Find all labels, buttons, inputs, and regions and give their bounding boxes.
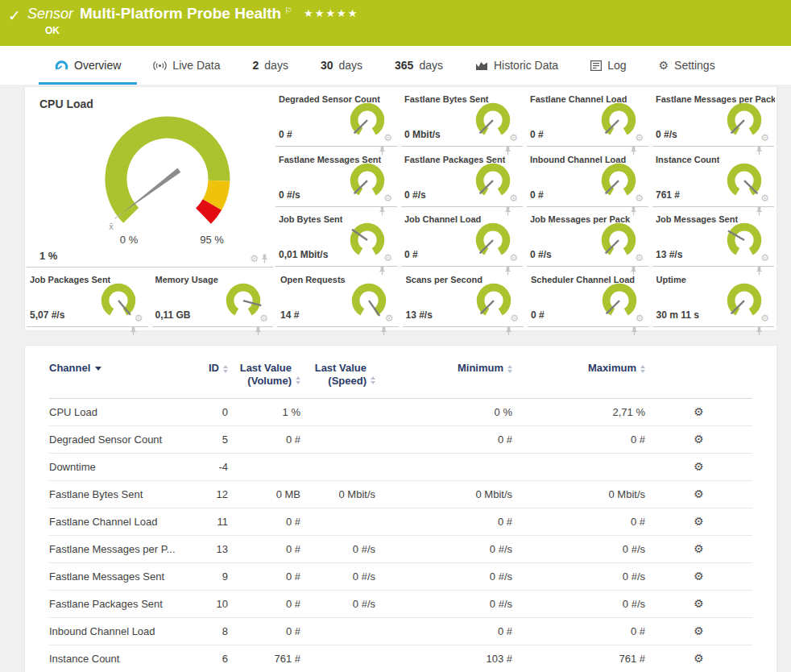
- gauge-card: Instance Count 761 # ⚙: [652, 147, 774, 207]
- channel-settings-icon[interactable]: ⚙: [692, 650, 706, 666]
- channel-settings-icon[interactable]: ⚙: [692, 431, 706, 446]
- gauge-card: Fastlane Messages Sent 0 #/s ⚙: [275, 147, 397, 207]
- cell-id: -4: [202, 461, 228, 473]
- tab-label: days: [419, 59, 443, 72]
- channel-settings-icon[interactable]: ⚙: [692, 486, 706, 501]
- cell-id: 10: [202, 598, 228, 610]
- cell-id: 0: [202, 406, 228, 418]
- cell-id: 13: [202, 543, 228, 555]
- page-content: CPU Load x̄ 0 % 95 % 1 % ⚙: [0, 85, 791, 672]
- tab-label: Overview: [74, 59, 121, 72]
- channel-settings-icon[interactable]: ⚙: [692, 458, 706, 474]
- tab-log[interactable]: Log: [574, 59, 642, 85]
- table-row: Instance Count 6 761 # 103 # 761 # ⚙: [49, 645, 752, 672]
- tab-historic-data[interactable]: Historic Data: [459, 59, 574, 85]
- gear-icon: ⚙: [658, 60, 669, 71]
- gear-icon[interactable]: ⚙: [635, 253, 644, 263]
- tab-live-data[interactable]: Live Data: [137, 59, 236, 85]
- cell-last-value-speed: 0 #/s: [300, 570, 375, 583]
- gear-icon[interactable]: ⚙: [509, 253, 518, 263]
- gauge-value: 0 #: [404, 249, 418, 260]
- gauge-title: Memory Usage: [155, 275, 218, 284]
- table-row: Fastlane Channel Load 11 0 # 0 # 0 # ⚙: [49, 508, 752, 536]
- cell-minimum: 103 #: [375, 653, 512, 665]
- gauge-value: 14 #: [280, 309, 299, 321]
- gear-icon[interactable]: ⚙: [760, 193, 769, 203]
- cell-id: 9: [202, 570, 228, 583]
- cell-channel: Fastlane Bytes Sent: [49, 488, 202, 500]
- channel-settings-icon[interactable]: ⚙: [692, 623, 706, 638]
- gauge-title: Uptime: [656, 275, 686, 284]
- cell-channel: Downtime: [49, 461, 202, 473]
- cell-channel: Fastlane Messages per P...: [49, 543, 202, 555]
- gear-icon[interactable]: ⚙: [510, 313, 519, 323]
- cell-last-value-speed: 0 Mbit/s: [300, 488, 375, 500]
- pin-icon[interactable]: [505, 326, 512, 336]
- cell-maximum: 0 #: [512, 433, 645, 446]
- tab-2-days[interactable]: 2 days: [237, 59, 304, 85]
- cell-last-value-volume: 0 #: [228, 543, 300, 555]
- gauge-scale-max: 95 %: [200, 234, 224, 246]
- gauge-value: 5,07 #/s: [30, 309, 64, 321]
- gear-icon[interactable]: ⚙: [635, 133, 644, 143]
- pin-icon[interactable]: [261, 254, 268, 263]
- gauge-scale-min: 0 %: [120, 234, 139, 246]
- cell-maximum: 2,71 %: [512, 406, 645, 418]
- gear-icon[interactable]: ⚙: [636, 313, 644, 323]
- cell-maximum: 0 #/s: [512, 570, 645, 583]
- channel-settings-icon[interactable]: ⚙: [692, 404, 706, 419]
- gauges-panel: CPU Load x̄ 0 % 95 % 1 % ⚙: [24, 86, 777, 331]
- tab-settings[interactable]: ⚙ Settings: [642, 59, 731, 85]
- gear-icon[interactable]: ⚙: [383, 193, 392, 203]
- cell-maximum: 0 #/s: [512, 543, 645, 555]
- gauge-value: 761 #: [656, 189, 680, 201]
- gear-icon[interactable]: ⚙: [760, 253, 769, 263]
- column-header-maximum[interactable]: Maximum: [512, 362, 645, 374]
- column-header-minimum[interactable]: Minimum: [375, 362, 512, 374]
- gear-icon[interactable]: ⚙: [250, 254, 259, 263]
- gauge-card: Job Bytes Sent 0,01 Mbit/s ⚙: [275, 207, 397, 267]
- gear-icon[interactable]: ⚙: [509, 193, 518, 203]
- channel-settings-icon[interactable]: ⚙: [692, 541, 706, 556]
- column-header-last-value-volume[interactable]: Last Value (Volume): [228, 362, 300, 388]
- pin-icon[interactable]: [756, 326, 763, 336]
- gear-icon[interactable]: ⚙: [760, 133, 769, 143]
- tab-30-days[interactable]: 30 days: [304, 59, 379, 85]
- tab-365-days[interactable]: 365 days: [379, 59, 459, 85]
- pin-icon[interactable]: [631, 326, 638, 336]
- pin-icon[interactable]: [255, 326, 262, 336]
- cell-maximum: 0 Mbit/s: [512, 488, 645, 500]
- gauge-value: 30 m 11 s: [656, 309, 699, 321]
- gear-icon[interactable]: ⚙: [383, 253, 392, 263]
- gauge-value: 0 #/s: [404, 189, 426, 201]
- table-header-row: Channel ID Last Value (Volume) Last Valu…: [49, 362, 752, 399]
- cell-channel: Fastlane Messages Sent: [49, 570, 202, 583]
- gauge-card: Uptime 30 m 11 s ⚙: [653, 268, 775, 327]
- gear-icon[interactable]: ⚙: [135, 313, 143, 323]
- column-header-last-value-speed[interactable]: Last Value (Speed): [300, 362, 375, 388]
- channel-settings-icon[interactable]: ⚙: [692, 595, 706, 611]
- column-header-channel[interactable]: Channel: [49, 362, 202, 374]
- gear-icon[interactable]: ⚙: [635, 193, 644, 203]
- priority-stars[interactable]: ★★★★★: [304, 7, 358, 19]
- channel-settings-icon[interactable]: ⚙: [692, 568, 706, 583]
- tab-label: Live Data: [172, 59, 220, 72]
- column-header-id[interactable]: ID: [202, 362, 228, 374]
- gear-icon[interactable]: ⚙: [259, 313, 268, 323]
- gauge-title: Job Bytes Sent: [279, 214, 342, 224]
- gear-icon[interactable]: ⚙: [760, 313, 769, 323]
- flag-icon[interactable]: ⚐: [284, 6, 292, 15]
- pin-icon[interactable]: [130, 326, 137, 336]
- table-body: CPU Load 0 1 % 0 % 2,71 % ⚙ Degraded Sen…: [49, 399, 752, 672]
- table-row: Fastlane Messages Sent 9 0 # 0 #/s 0 #/s…: [49, 563, 752, 591]
- pin-icon[interactable]: [380, 326, 387, 336]
- cell-channel: Inbound Channel Load: [49, 625, 202, 637]
- channel-settings-icon[interactable]: ⚙: [692, 513, 706, 529]
- table-row: Degraded Sensor Count 5 0 # 0 # 0 # ⚙: [49, 426, 752, 454]
- gear-icon[interactable]: ⚙: [385, 313, 394, 323]
- gear-icon[interactable]: ⚙: [509, 133, 518, 143]
- gauge-value: 13 #/s: [406, 309, 433, 321]
- tab-overview[interactable]: Overview: [39, 59, 137, 85]
- tab-label: 365: [395, 59, 413, 72]
- gear-icon[interactable]: ⚙: [383, 133, 392, 143]
